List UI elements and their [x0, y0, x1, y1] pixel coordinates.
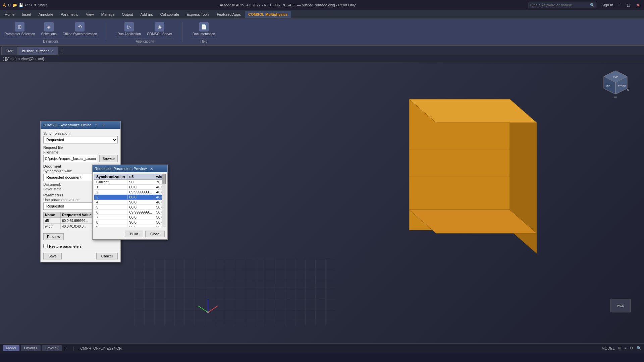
close-window-btn[interactable]: ✕	[635, 2, 641, 8]
share-btn[interactable]: ⬆ Share	[34, 3, 47, 7]
documentation-btn[interactable]: 📄 Documentation	[191, 21, 217, 37]
sign-in-btn[interactable]: Sign In	[602, 3, 613, 7]
layout-tabs: Model Layout1 Layout2 +	[3, 345, 69, 351]
ribbon-tab-comsol[interactable]: COMSOL Multiphysics	[245, 11, 291, 18]
filename-label: Filename:	[43, 150, 118, 154]
zoom-icon[interactable]: 🔍	[637, 346, 641, 350]
preview-close-btn[interactable]: Close	[145, 231, 165, 237]
preview-table-row[interactable]: 3 80.0 40.0	[94, 195, 166, 200]
ribbon-tab-collaborate[interactable]: Collaborate	[157, 11, 182, 18]
new-btn[interactable]: 🗋	[8, 3, 11, 7]
toolbar-definitions-items: ⊞ Parameter Selection ◈ Selections ⟲ Off…	[3, 21, 99, 37]
param-col-name: Name	[44, 212, 61, 218]
preview-table-row[interactable]: 8 90.0 50.0	[94, 220, 166, 225]
comsol-cancel-btn[interactable]: Cancel	[96, 253, 118, 259]
filename-title: busbar_surface.dwg - Read Only	[302, 3, 356, 7]
preview-scrollbar[interactable]	[162, 174, 166, 227]
status-right-items: MODEL ⊞ ≡ ⚙ 🔍	[601, 346, 641, 350]
filename-input[interactable]	[43, 155, 98, 162]
view-label-text: [-][Custom View][Current]	[3, 57, 44, 61]
redo-btn[interactable]: ↪	[29, 3, 32, 7]
search-input[interactable]	[530, 3, 590, 7]
restore-params-label: Restore parameters	[49, 244, 82, 248]
preview-table-row[interactable]: 2 69.9999999... 40.0	[94, 190, 166, 195]
sync-row: Synchronization: Requested Current All	[43, 131, 118, 143]
ribbon-tab-manage[interactable]: Manage	[98, 11, 118, 18]
preview-table-row[interactable]: 5 60.0 50.0	[94, 205, 166, 210]
preview-scrollbar-thumb[interactable]	[162, 174, 166, 184]
view-label-bar: [-][Custom View][Current]	[0, 55, 644, 62]
tab-add-btn[interactable]: +	[58, 47, 65, 55]
preview-table-header: Synchronization d5 width	[94, 174, 166, 180]
grid-floor	[134, 259, 335, 326]
ribbon-tab-parametric[interactable]: Parametric	[57, 11, 82, 18]
selections-btn[interactable]: ◈ Selections	[39, 21, 59, 37]
sync-select[interactable]: Requested Current All	[43, 136, 118, 143]
wcs-label: WCS	[617, 304, 624, 307]
undo-btn[interactable]: ↩	[25, 3, 28, 7]
ribbon: Home Insert Annotate Parametric View Man…	[0, 10, 644, 19]
ribbon-tab-home[interactable]: Home	[1, 11, 18, 18]
preview-table-row[interactable]: 7 80.0 50.0	[94, 215, 166, 220]
preview-table-row[interactable]: 1 60.0 40.0	[94, 185, 166, 190]
preview-table-row[interactable]: Current 90 70	[94, 180, 166, 185]
browse-row: Browse	[43, 155, 118, 162]
snap-icon[interactable]: ≡	[625, 346, 627, 350]
settings-icon[interactable]: ⚙	[630, 346, 633, 350]
save-btn[interactable]: 💾	[19, 3, 23, 7]
ribbon-tab-addins[interactable]: Add-ins	[137, 11, 156, 18]
comsol-dialog-help-btn[interactable]: ?	[94, 122, 99, 128]
app-icon: A	[3, 2, 6, 8]
restore-btn[interactable]: □	[625, 2, 632, 8]
tab-busbar-close[interactable]: ✕	[51, 49, 54, 53]
comsol-server-btn[interactable]: ◉ COMSOL Server	[145, 21, 174, 37]
preview-build-btn[interactable]: Build	[125, 231, 143, 237]
busbar-3d-model	[342, 82, 577, 284]
parameter-selection-btn[interactable]: ⊞ Parameter Selection	[3, 21, 37, 37]
documentation-label: Documentation	[193, 32, 215, 36]
parameter-selection-label: Parameter Selection	[5, 32, 35, 36]
preview-table-container: Synchronization d5 width Current 90 70 1…	[94, 174, 166, 227]
ribbon-tab-view[interactable]: View	[83, 11, 97, 18]
ribbon-tab-output[interactable]: Output	[119, 11, 137, 18]
svg-text:LEFT: LEFT	[606, 84, 612, 87]
comsol-dialog-close-btn[interactable]: ✕	[101, 122, 106, 128]
ribbon-tab-featured[interactable]: Featured Apps	[213, 11, 244, 18]
comsol-save-btn[interactable]: Save	[43, 253, 62, 259]
preview-dialog-close-btn[interactable]: ✕	[149, 166, 154, 171]
svg-point-12	[207, 311, 209, 313]
ribbon-tab-annotate[interactable]: Annotate	[35, 11, 57, 18]
restore-params-checkbox[interactable]	[43, 244, 48, 248]
preview-dialog-title: Requested Parameters Preview	[95, 167, 147, 171]
preview-dialog-footer: Build Close	[93, 229, 167, 239]
titlebar-center: Autodesk AutoCAD 2022 - NOT FOR RESALE —…	[48, 3, 528, 7]
preview-btn[interactable]: Preview	[43, 233, 64, 240]
documentation-icon: 📄	[199, 22, 209, 32]
preview-table-row[interactable]: 9 60.0 60.0	[94, 225, 166, 228]
browse-btn[interactable]: Browse	[99, 155, 118, 162]
ribbon-tab-insert[interactable]: Insert	[18, 11, 35, 18]
open-btn[interactable]: 📂	[13, 3, 17, 7]
minimize-btn[interactable]: −	[616, 2, 623, 8]
add-layout-btn[interactable]: +	[63, 345, 69, 351]
applications-group-label: Applications	[115, 39, 174, 43]
layout1-tab[interactable]: Layout1	[21, 345, 41, 351]
svg-text:W: W	[614, 96, 617, 99]
preview-table-row[interactable]: 4 90.0 40.0	[94, 200, 166, 205]
model-tab[interactable]: Model	[3, 345, 19, 351]
preview-col-d5: d5	[127, 174, 154, 180]
layout2-tab[interactable]: Layout2	[42, 345, 62, 351]
ribbon-tab-express[interactable]: Express Tools	[183, 11, 213, 18]
preview-table-row[interactable]: 6 69.9999999... 50.0	[94, 210, 166, 215]
tab-busbar[interactable]: busbar_surface* ✕	[18, 47, 58, 55]
grid-icon[interactable]: ⊞	[618, 346, 621, 350]
nav-cube[interactable]: TOP FRONT LEFT W S	[600, 69, 631, 99]
status-divider: |	[73, 346, 74, 351]
tab-start[interactable]: Start	[1, 47, 18, 55]
preview-dialog-titlebar: Requested Parameters Preview ✕	[93, 165, 167, 172]
model-indicator: MODEL	[601, 346, 614, 350]
toolbar-divider-2	[182, 22, 182, 42]
request-file-label: Request file	[43, 145, 118, 149]
offline-sync-btn[interactable]: ⟲ Offline Synchronization	[61, 21, 99, 37]
run-application-btn[interactable]: ▷ Run Application	[115, 21, 143, 37]
